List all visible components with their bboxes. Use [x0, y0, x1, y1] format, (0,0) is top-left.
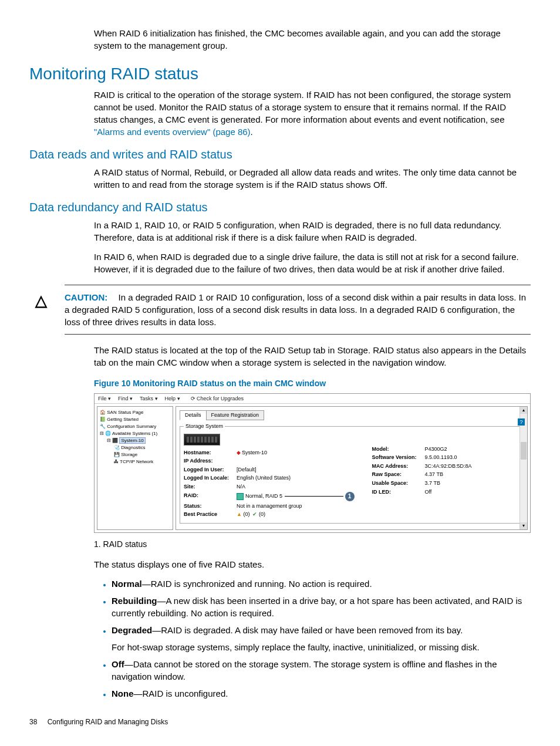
state-desc: —A new disk has been inserted in a drive…	[112, 596, 522, 618]
raw-value: 4.37 TB	[425, 471, 443, 478]
caution-text: In a degraded RAID 1 or RAID 10 configur…	[65, 292, 526, 327]
list-item: None—RAID is unconfigured.	[112, 687, 531, 700]
callout-1: 1	[345, 492, 355, 501]
menu-help[interactable]: Help ▾	[165, 395, 180, 403]
warning-icon: ▲	[237, 511, 242, 518]
scroll-down-icon[interactable]: ▾	[520, 522, 527, 529]
state-desc: —RAID is unconfigured.	[134, 688, 228, 698]
check-upgrades-link[interactable]: ⟳ Check for Upgrades	[191, 395, 244, 403]
state-desc: —RAID is synchronized and running. No ac…	[142, 579, 372, 589]
tree-label: Configuration Summary	[107, 424, 156, 429]
list-item: Rebuilding—A new disk has been inserted …	[112, 595, 531, 619]
link-alarms-events[interactable]: "Alarms and events overview" (page 86)	[94, 127, 251, 137]
state-name: Off	[112, 659, 124, 669]
model-label: Model:	[372, 445, 425, 453]
status-dot-icon: ◆	[237, 450, 241, 455]
figure-cmc-window: File ▾ Find ▾ Tasks ▾ Help ▾ ⟳ Check for…	[94, 393, 531, 533]
page-footer: 38 Configuring RAID and Managing Disks	[29, 717, 531, 727]
tree-label: System-10	[119, 437, 145, 444]
locale-label: Logged In Locale:	[184, 474, 237, 482]
model-value: P4300G2	[425, 445, 447, 453]
text: .	[251, 127, 253, 137]
check-upgrades-label: Check for Upgrades	[197, 396, 244, 401]
tree-available-systems[interactable]: ⊟ 🌐 Available Systems (1)	[100, 430, 170, 437]
tabs: Details Feature Registration	[180, 410, 524, 420]
raid-value: Normal, RAID 5 1	[237, 492, 355, 501]
usable-label: Usable Space:	[372, 480, 425, 487]
tree-san-status[interactable]: 🏠 SAN Status Page	[100, 409, 170, 416]
sw-value: 9.5.00.1193.0	[425, 454, 457, 461]
hostname-label: Hostname:	[184, 449, 237, 457]
site-value: N/A	[237, 483, 245, 491]
paragraph-raid-critical: RAID is critical to the operation of the…	[94, 89, 531, 138]
state-name: Rebuilding	[112, 596, 157, 606]
tree-label: SAN Status Page	[107, 410, 143, 415]
sw-label: Software Version:	[372, 454, 425, 461]
bp-ok-count: (0)	[259, 511, 265, 517]
caution-label: CAUTION:	[65, 292, 107, 302]
text: RAID is critical to the operation of the…	[94, 90, 511, 124]
figure-title: Figure 10 Monitoring RAID status on the …	[94, 378, 531, 390]
ok-icon: ✔	[252, 511, 257, 518]
raw-label: Raw Space:	[372, 471, 425, 478]
paragraph-raid-location: The RAID status is located at the top of…	[94, 344, 531, 369]
paragraph-redundancy-2: In RAID 6, when RAID is degraded due to …	[94, 251, 531, 275]
caution-block: △ CAUTION: In a degraded RAID 1 or RAID …	[65, 285, 531, 335]
mac-label: MAC Address:	[372, 463, 425, 470]
state-name: Normal	[112, 579, 142, 589]
tree-config-summary[interactable]: 🔧 Configuration Summary	[100, 423, 170, 430]
list-item: Degraded—RAID is degraded. A disk may ha…	[112, 624, 531, 653]
user-value: [Default]	[237, 466, 257, 474]
tree-system-10[interactable]: ⊟ ⬛ System-10	[100, 437, 170, 444]
tree-label: Getting Started	[107, 417, 139, 422]
fieldset-legend: Storage System	[184, 423, 225, 430]
state-desc: —Data cannot be stored on the storage sy…	[112, 659, 497, 681]
raid-ok-icon	[237, 493, 244, 500]
usable-value: 3.7 TB	[425, 480, 440, 487]
led-label: ID LED:	[372, 488, 425, 496]
menu-file[interactable]: File ▾	[98, 395, 111, 403]
tab-feature-registration[interactable]: Feature Registration	[206, 410, 265, 420]
device-image	[184, 434, 220, 445]
state-desc: —RAID is degraded. A disk may have faile…	[152, 625, 463, 635]
help-icon[interactable]: ?	[518, 418, 525, 426]
nav-tree[interactable]: 🏠 SAN Status Page 📗 Getting Started 🔧 Co…	[97, 406, 173, 529]
paragraph-five-states: The status displays one of five RAID sta…	[94, 558, 531, 571]
bp-label: Best Practice	[184, 511, 237, 518]
tree-label: Storage	[121, 452, 137, 457]
heading-data-redundancy: Data redundancy and RAID status	[29, 199, 531, 215]
hostname-value: ◆System-10	[237, 449, 267, 457]
menubar: File ▾ Find ▾ Tasks ▾ Help ▾ ⟳ Check for…	[95, 394, 530, 404]
state-name: Degraded	[112, 625, 152, 635]
tree-label: TCP/IP Network	[120, 459, 153, 464]
menu-tasks[interactable]: Tasks ▾	[140, 395, 158, 403]
locale-value: English (United States)	[237, 474, 291, 482]
menu-find[interactable]: Find ▾	[118, 395, 133, 403]
state-extra: For hot-swap storage systems, simply rep…	[112, 641, 531, 653]
site-label: Site:	[184, 483, 237, 491]
tree-label: Available Systems (1)	[112, 431, 157, 436]
list-item: Normal—RAID is synchronized and running.…	[112, 578, 531, 590]
tree-tcpip[interactable]: 🖧 TCP/IP Network	[100, 458, 170, 465]
paragraph-reads-writes: A RAID status of Normal, Rebuild, or Deg…	[94, 166, 531, 191]
mac-value: 3C:4A:92:DB:5D:8A	[425, 463, 472, 470]
figure-legend: 1. RAID status	[94, 539, 531, 551]
tree-getting-started[interactable]: 📗 Getting Started	[100, 416, 170, 423]
raid-label: RAID:	[184, 492, 237, 501]
state-name: None	[112, 688, 134, 698]
scroll-thumb[interactable]	[521, 442, 527, 460]
raid-states-list: Normal—RAID is synchronized and running.…	[29, 578, 531, 700]
status-value: Not in a management group	[237, 502, 302, 510]
text: Normal, RAID 5	[245, 493, 282, 499]
user-label: Logged In User:	[184, 466, 237, 474]
led-value: Off	[425, 488, 432, 496]
text: System-10	[242, 450, 267, 455]
storage-system-fieldset: Storage System Hostname:◆System-10 IP Ad…	[180, 423, 524, 524]
tree-storage[interactable]: 💾 Storage	[100, 451, 170, 458]
paragraph-redundancy-1: In a RAID 1, RAID 10, or RAID 5 configur…	[94, 219, 531, 244]
page-number: 38	[29, 718, 37, 726]
tab-details[interactable]: Details	[180, 410, 207, 420]
scroll-up-icon[interactable]: ▴	[520, 407, 527, 414]
tree-diagnostics[interactable]: 🩺 Diagnostics	[100, 444, 170, 451]
bp-warn-count: (0)	[243, 511, 249, 517]
